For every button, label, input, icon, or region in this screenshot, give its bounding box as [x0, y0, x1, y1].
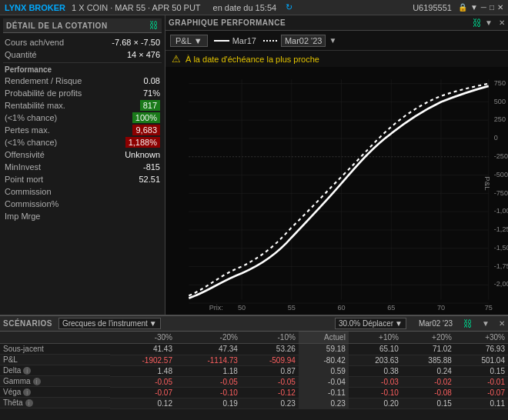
table-cell: 76.93	[455, 344, 508, 355]
solid-line-icon	[214, 40, 229, 42]
info-icon[interactable]: i	[33, 378, 41, 385]
rentabilite-chance-label: (<1% chance)	[5, 113, 57, 122]
bottom-header: SCÉNARIOS Grecques de l'instrument ▼ 30.…	[0, 316, 508, 332]
warning-icon: ⚠	[172, 53, 181, 65]
info-icon[interactable]: i	[23, 367, 31, 375]
table-cell: 385.88	[402, 355, 455, 365]
legend2-chevron-icon[interactable]: ▼	[329, 36, 336, 45]
pertes-label: Pertes max.	[5, 125, 50, 135]
chevron-down-icon[interactable]: ▼	[470, 3, 478, 12]
table-cell: 41.43	[110, 344, 175, 355]
close-icon[interactable]: ✕	[497, 3, 503, 12]
mininvest-label: MinInvest	[5, 162, 41, 172]
col-header-m10: -10%	[241, 332, 299, 344]
table-cell: -0.10	[349, 387, 402, 398]
table-cell: 0.15	[402, 398, 455, 408]
pertes-chance-row: (<1% chance) 1,188%	[3, 136, 162, 148]
offensivite-row: Offensivité Unknown	[3, 148, 162, 161]
rentabilite-chance-row: (<1% chance) 100%	[3, 112, 162, 124]
chart-link-icon[interactable]: ⛓	[473, 18, 482, 28]
row-label: Sous-jacent	[3, 345, 44, 353]
scenarios-link-icon[interactable]: ⛓	[463, 318, 473, 329]
table-cell: -0.05	[110, 376, 175, 387]
grecques-label: Grecques de l'instrument	[62, 319, 148, 328]
svg-text:50: 50	[238, 302, 246, 311]
pointmort-label: Point mort	[5, 175, 43, 184]
cours-row: Cours ach/vend -7.68 × -7.50	[3, 36, 162, 48]
info-icon[interactable]: i	[25, 399, 33, 407]
chart-close-icon[interactable]: ✕	[499, 18, 505, 27]
maximize-icon[interactable]: □	[490, 3, 494, 12]
table-cell: -0.05	[175, 376, 241, 387]
info-icon[interactable]: i	[23, 388, 31, 396]
table-cell: -0.12	[241, 387, 299, 398]
left-panel: DÉTAIL DE LA COTATION ⛓ Cours ach/vend -…	[0, 15, 165, 315]
row-label: Gamma	[3, 377, 31, 385]
table-cell: -0.05	[241, 376, 299, 387]
grecques-dropdown[interactable]: Grecques de l'instrument ▼	[58, 318, 161, 329]
table-cell: 0.24	[402, 365, 455, 376]
rendement-label: Rendement / Risque	[5, 76, 82, 85]
scenarios-close-icon[interactable]: ✕	[499, 319, 505, 328]
brand-label: LYNX BROKER	[5, 3, 65, 12]
col-header-m30: -30%	[110, 332, 175, 344]
impmrte-label: Imp Mrge	[5, 212, 40, 221]
chart-header: GRAPHIQUE PERFORMANCE ⛓ ▼ ✕	[165, 15, 508, 31]
legend-dotted: Mar02 '23 ▼	[262, 35, 336, 47]
table-cell: -509.94	[241, 355, 299, 365]
pl-label: P&L	[175, 36, 192, 45]
table-cell: -1902.57	[110, 355, 175, 365]
cours-label: Cours ach/vend	[5, 38, 64, 47]
offensivite-value: Unknown	[125, 150, 160, 159]
main-layout: DÉTAIL DE LA COTATION ⛓ Cours ach/vend -…	[0, 15, 508, 315]
chart-panel: GRAPHIQUE PERFORMANCE ⛓ ▼ ✕ P&L ▼ Mar17 …	[165, 15, 508, 315]
scenarios-table: -30% -20% -10% Actuel +10% +20% +30% Sou…	[0, 332, 508, 409]
pct-label: 30.0% Déplacer	[339, 319, 393, 328]
row-label: P&L	[3, 355, 18, 364]
link-icon[interactable]: ⛓	[149, 20, 159, 31]
chart-chevron-icon[interactable]: ▼	[485, 18, 493, 27]
table-cell: -0.10	[175, 387, 241, 398]
title-bar: LYNX BROKER 1 X COIN · MAR 55 · APR 50 P…	[0, 0, 508, 15]
minimize-icon[interactable]: ─	[481, 3, 486, 12]
user-id: U6195551	[413, 3, 452, 12]
refresh-icon[interactable]: ↻	[286, 2, 292, 12]
svg-text:Prix:: Prix:	[209, 302, 223, 311]
legend2-dropdown: Mar02 '23	[281, 35, 326, 47]
table-cell: -0.01	[455, 376, 508, 387]
svg-text:55: 55	[288, 302, 296, 311]
svg-text:250: 250	[494, 115, 506, 123]
impmrte-row: Imp Mrge	[3, 210, 162, 222]
table-cell: 0.87	[241, 365, 299, 376]
table-header-row: -30% -20% -10% Actuel +10% +20% +30%	[0, 332, 508, 344]
pertes-value: 9,683	[132, 125, 160, 135]
table-cell: 0.38	[349, 365, 402, 376]
mininvest-row: MinInvest -815	[3, 161, 162, 173]
row-label: Thêta	[3, 398, 23, 407]
commissionpct-label: Commission%	[5, 199, 58, 208]
table-cell: 0.20	[349, 398, 402, 408]
scenarios-chevron-icon[interactable]: ▼	[482, 319, 490, 328]
table-row: P&L-1902.57-1114.73-509.94-80.42203.6338…	[0, 355, 508, 365]
table-cell: 0.23	[241, 398, 299, 408]
lock-icon: 🔒	[458, 3, 467, 12]
pl-dropdown[interactable]: P&L ▼	[170, 35, 208, 47]
pl-chevron-icon: ▼	[194, 36, 202, 45]
pct-dropdown[interactable]: 30.0% Déplacer ▼	[335, 318, 406, 329]
chart-toolbar: P&L ▼ Mar17 Mar02 '23 ▼	[165, 31, 508, 51]
table-cell: 0.12	[110, 398, 175, 408]
left-panel-header: DÉTAIL DE LA COTATION ⛓	[3, 18, 162, 33]
svg-text:750: 750	[494, 78, 506, 86]
table-row: Deltai1.481.180.870.590.380.240.15	[0, 365, 508, 376]
table-cell: -0.03	[349, 376, 402, 387]
svg-text:-1,750: -1,750	[494, 261, 508, 269]
table-row: Gammai-0.05-0.05-0.05-0.04-0.03-0.02-0.0…	[0, 376, 508, 387]
svg-text:0: 0	[494, 133, 498, 142]
grecques-chevron-icon: ▼	[149, 319, 157, 328]
table-cell: 1.18	[175, 365, 241, 376]
chart-title: GRAPHIQUE PERFORMANCE	[169, 18, 286, 27]
table-cell: 53.26	[241, 344, 299, 355]
rentabilite-row: Rentabilité max. 817	[3, 99, 162, 112]
table-cell: -0.07	[455, 387, 508, 398]
svg-text:-1,250: -1,250	[494, 225, 508, 233]
